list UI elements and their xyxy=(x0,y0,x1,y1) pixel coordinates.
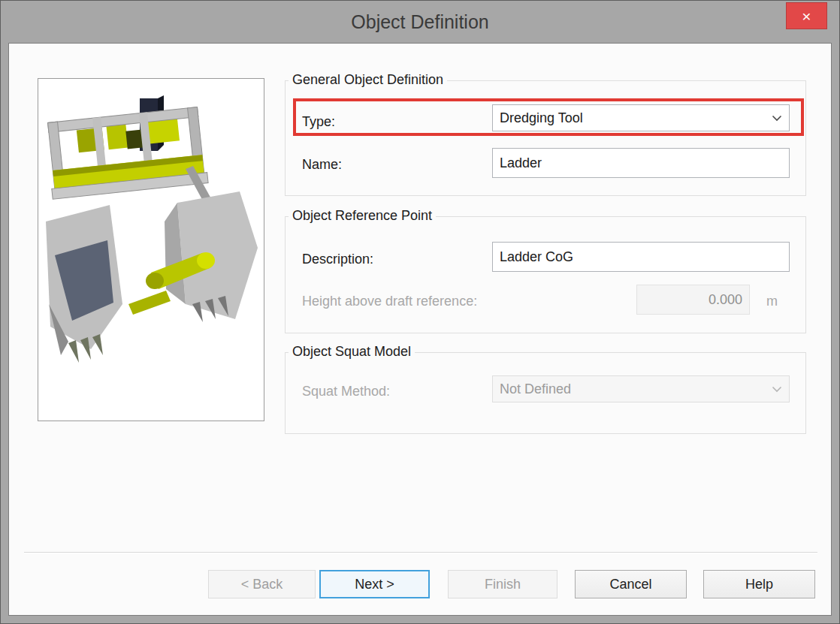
close-button[interactable]: × xyxy=(786,2,827,29)
group-title-reference: Object Reference Point xyxy=(289,208,436,224)
squat-method-value: Not Defined xyxy=(500,381,571,397)
next-button[interactable]: Next > xyxy=(319,570,430,598)
close-icon: × xyxy=(802,8,811,24)
height-unit-label: m xyxy=(766,294,778,309)
height-above-draft-label: Height above draft reference: xyxy=(302,294,477,309)
chevron-down-icon xyxy=(772,115,782,122)
chevron-down-icon xyxy=(772,386,782,393)
cancel-button[interactable]: Cancel xyxy=(575,570,687,598)
dialog-title: Object Definition xyxy=(1,11,839,33)
description-input[interactable] xyxy=(492,242,790,272)
back-button: < Back xyxy=(208,570,316,598)
object-definition-dialog: Object Definition × xyxy=(0,0,840,624)
squat-method-dropdown: Not Defined xyxy=(492,375,790,402)
type-dropdown[interactable]: Dredging Tool xyxy=(492,104,790,131)
dialog-content: General Object Definition Type: Dredging… xyxy=(8,43,832,616)
model-preview-frame xyxy=(38,78,264,421)
group-object-reference-point: Object Reference Point Description: Heig… xyxy=(285,216,806,333)
group-title-squat: Object Squat Model xyxy=(289,344,415,360)
group-general-object-definition: General Object Definition Type: Dredging… xyxy=(285,80,806,196)
name-input[interactable] xyxy=(492,148,790,178)
description-label: Description: xyxy=(302,252,373,267)
type-dropdown-value: Dredging Tool xyxy=(500,110,583,126)
group-title-general: General Object Definition xyxy=(289,72,447,88)
titlebar[interactable]: Object Definition × xyxy=(1,1,839,43)
group-object-squat-model: Object Squat Model Squat Method: Not Def… xyxy=(285,352,806,434)
help-button[interactable]: Help xyxy=(703,570,815,598)
name-label: Name: xyxy=(302,157,342,172)
height-above-draft-input xyxy=(636,285,750,315)
dredging-tool-3d-model xyxy=(38,79,264,421)
finish-button: Finish xyxy=(448,570,557,598)
type-label: Type: xyxy=(302,114,335,129)
footer-separator xyxy=(24,552,817,553)
squat-method-label: Squat Method: xyxy=(302,384,390,399)
